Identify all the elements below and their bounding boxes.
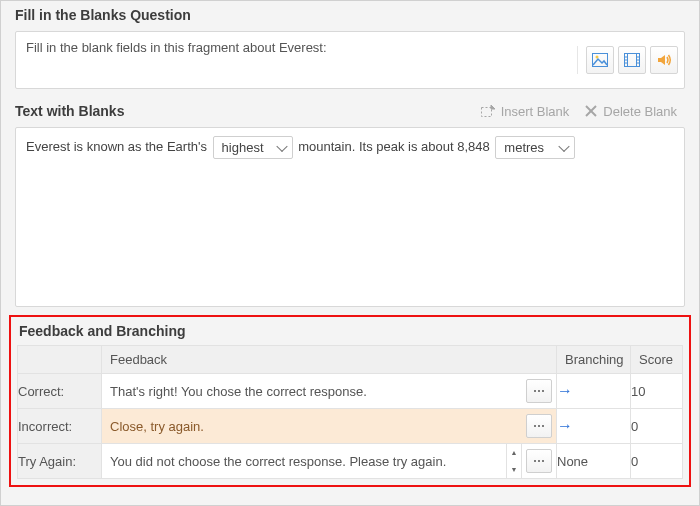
feedback-row-tryagain: Try Again: You did not choose the correc… bbox=[18, 444, 683, 479]
stepper-down-icon[interactable]: ▼ bbox=[507, 461, 521, 478]
insert-blank-label: Insert Blank bbox=[501, 104, 570, 119]
blanks-editor[interactable]: Everest is known as the Earth's highest … bbox=[15, 127, 685, 307]
insert-audio-button[interactable] bbox=[650, 46, 678, 74]
insert-video-button[interactable] bbox=[618, 46, 646, 74]
blank-dropdown-2[interactable]: metres bbox=[495, 136, 575, 159]
col-header-empty bbox=[18, 346, 102, 374]
blanks-section-title: Text with Blanks bbox=[15, 99, 473, 123]
branching-cell-incorrect[interactable]: → bbox=[557, 409, 631, 444]
branching-cell-correct[interactable]: → bbox=[557, 374, 631, 409]
question-section-title: Fill in the Blanks Question bbox=[1, 1, 699, 27]
feedback-text-incorrect: Close, try again. bbox=[102, 419, 526, 434]
question-box: Fill in the blank fields in this fragmen… bbox=[15, 31, 685, 89]
col-header-feedback: Feedback bbox=[102, 346, 557, 374]
score-cell-incorrect[interactable]: 0 bbox=[631, 409, 683, 444]
col-header-branching: Branching bbox=[557, 346, 631, 374]
feedback-table: Feedback Branching Score Correct: That's… bbox=[17, 345, 683, 479]
insert-blank-button[interactable]: Insert Blank bbox=[473, 100, 578, 123]
svg-marker-11 bbox=[658, 55, 665, 65]
blanks-section: Text with Blanks Insert Blank Delete Bla… bbox=[1, 99, 699, 307]
stepper-up-icon[interactable]: ▲ bbox=[507, 444, 521, 461]
feedback-text-tryagain: You did not choose the correct response.… bbox=[102, 454, 506, 469]
question-section: Fill in the Blanks Question Fill in the … bbox=[1, 1, 699, 89]
feedback-edit-button-tryagain[interactable] bbox=[526, 449, 552, 473]
feedback-row-correct: Correct: That's right! You chose the cor… bbox=[18, 374, 683, 409]
blank-text-segment: mountain. Its peak is about 8,848 bbox=[298, 139, 490, 154]
feedback-section: Feedback and Branching Feedback Branchin… bbox=[9, 315, 691, 487]
insert-blank-icon bbox=[481, 105, 495, 117]
delete-blank-label: Delete Blank bbox=[603, 104, 677, 119]
feedback-edit-button-correct[interactable] bbox=[526, 379, 552, 403]
image-icon bbox=[592, 53, 608, 67]
feedback-cell-tryagain[interactable]: You did not choose the correct response.… bbox=[102, 444, 557, 479]
col-header-score: Score bbox=[631, 346, 683, 374]
score-cell-correct[interactable]: 10 bbox=[631, 374, 683, 409]
feedback-header-row: Feedback Branching Score bbox=[18, 346, 683, 374]
feedback-text-correct: That's right! You chose the correct resp… bbox=[102, 384, 526, 399]
audio-icon bbox=[656, 53, 672, 67]
branch-arrow-icon: → bbox=[557, 382, 573, 399]
feedback-section-title: Feedback and Branching bbox=[17, 319, 683, 345]
feedback-row-incorrect: Incorrect: Close, try again. → 0 bbox=[18, 409, 683, 444]
media-button-group bbox=[577, 46, 678, 74]
blank-dropdown-1[interactable]: highest bbox=[213, 136, 293, 159]
row-label-tryagain: Try Again: bbox=[18, 444, 102, 479]
row-label-incorrect: Incorrect: bbox=[18, 409, 102, 444]
branching-cell-tryagain[interactable]: None bbox=[557, 444, 631, 479]
attempts-stepper[interactable]: ▲ ▼ bbox=[506, 444, 522, 478]
branch-arrow-icon: → bbox=[557, 417, 573, 434]
video-icon bbox=[624, 53, 640, 67]
insert-image-button[interactable] bbox=[586, 46, 614, 74]
blank-text-segment: Everest is known as the Earth's bbox=[26, 139, 207, 154]
feedback-cell-incorrect[interactable]: Close, try again. bbox=[102, 409, 557, 444]
svg-rect-12 bbox=[481, 108, 491, 117]
delete-blank-button[interactable]: Delete Blank bbox=[577, 100, 685, 123]
feedback-cell-correct[interactable]: That's right! You chose the correct resp… bbox=[102, 374, 557, 409]
delete-blank-icon bbox=[585, 105, 597, 117]
score-cell-tryagain[interactable]: 0 bbox=[631, 444, 683, 479]
row-label-correct: Correct: bbox=[18, 374, 102, 409]
feedback-edit-button-incorrect[interactable] bbox=[526, 414, 552, 438]
